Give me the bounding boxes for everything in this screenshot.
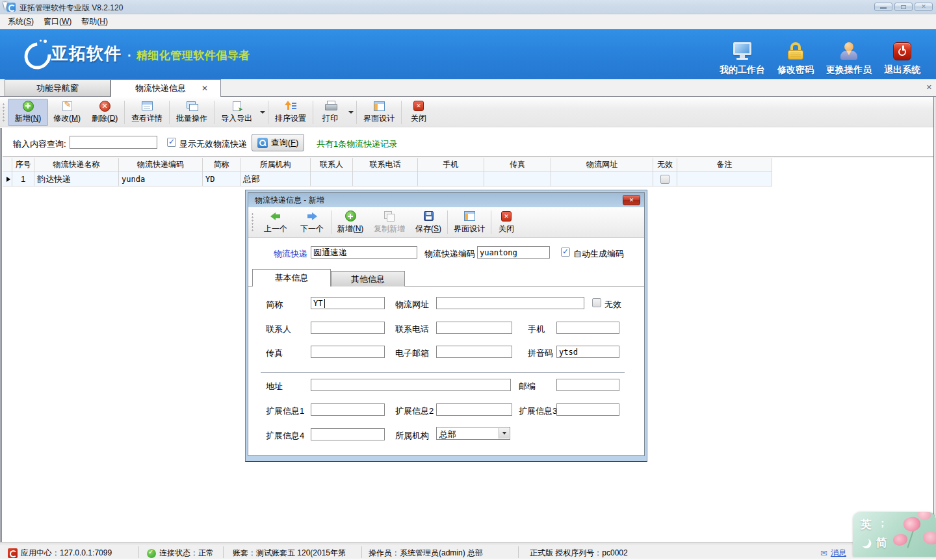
combo-dropdown-icon[interactable] xyxy=(499,428,509,439)
header-fax[interactable]: 传真 xyxy=(484,158,551,172)
website-input[interactable] xyxy=(436,297,584,309)
flower-stem xyxy=(907,529,914,548)
close-button[interactable]: ✕ xyxy=(915,3,933,11)
prev-arrow-icon xyxy=(270,212,281,220)
save-icon xyxy=(424,211,434,221)
query-input[interactable] xyxy=(70,136,157,149)
delete-button[interactable]: 删除(D) xyxy=(86,99,124,126)
header-mobile[interactable]: 手机 xyxy=(418,158,484,172)
dialog-add-button[interactable]: 新增(N) xyxy=(332,208,369,236)
text-cursor xyxy=(324,299,325,308)
power-icon xyxy=(893,42,911,60)
fax-input[interactable] xyxy=(311,346,385,358)
express-code-input[interactable] xyxy=(477,246,550,259)
ext3-input[interactable] xyxy=(556,403,619,416)
pinyin-label: 拼音码 xyxy=(528,348,553,359)
header-invalid[interactable]: 无效 xyxy=(653,158,677,172)
prev-button[interactable]: 上一个 xyxy=(257,208,294,236)
save-button[interactable]: 保存(S) xyxy=(410,208,447,236)
abbr-input[interactable] xyxy=(311,297,385,309)
lang-en-text[interactable]: 英 xyxy=(861,517,872,532)
close-tab-button[interactable]: 关闭 xyxy=(402,99,435,126)
change-password-button[interactable]: 修改密码 xyxy=(769,42,822,76)
exit-system-button[interactable]: 退出系统 xyxy=(876,42,929,76)
dialog-toolbar: 上一个 下一个 新增(N) 复制新增 保存(S) 界面设计 关闭 xyxy=(248,207,645,238)
tab-basic-info[interactable]: 基本信息 xyxy=(252,269,331,286)
phone-input[interactable] xyxy=(436,322,512,334)
edit-button[interactable]: 修改(M) xyxy=(48,99,86,126)
ext2-input[interactable] xyxy=(436,403,512,416)
contact-input[interactable] xyxy=(311,322,385,334)
search-button[interactable]: 查询(F) xyxy=(252,134,304,151)
maximize-button[interactable] xyxy=(894,3,913,11)
header-code[interactable]: 物流快递编码 xyxy=(119,158,203,172)
ext4-input[interactable] xyxy=(311,428,385,440)
invalid-dialog-checkbox[interactable] xyxy=(592,298,601,307)
view-detail-button[interactable]: 查看详情 xyxy=(125,99,168,126)
menu-system[interactable]: 系统(S) xyxy=(8,16,34,27)
dialog-close-toolbar-button[interactable]: 关闭 xyxy=(492,208,521,236)
menu-window[interactable]: 窗口(W) xyxy=(44,16,72,27)
header-name[interactable]: 物流快递名称 xyxy=(34,158,119,172)
org-combobox[interactable]: 总部 xyxy=(436,427,510,440)
status-message[interactable]: ✉消息 xyxy=(820,548,846,559)
switch-operator-button[interactable]: 更换操作员 xyxy=(822,42,876,76)
pinyin-input[interactable] xyxy=(556,346,619,358)
autogen-checkbox[interactable] xyxy=(561,248,570,257)
tabstrip-close-icon[interactable]: ✕ xyxy=(926,83,932,92)
copy-add-button[interactable]: 复制新增 xyxy=(369,208,410,236)
import-export-button[interactable]: 导入导出 xyxy=(215,99,258,126)
workbench-button[interactable]: 我的工作台 xyxy=(716,42,769,76)
tab-strip: 功能导航窗 物流快递信息 ✕ ✕ xyxy=(0,79,936,97)
next-button[interactable]: 下一个 xyxy=(294,208,330,236)
tab-nav-window[interactable]: 功能导航窗 xyxy=(5,79,110,96)
print-caret[interactable] xyxy=(346,99,356,126)
zip-input[interactable] xyxy=(556,379,619,391)
email-input[interactable] xyxy=(436,346,512,358)
header-website[interactable]: 物流网址 xyxy=(551,158,653,172)
cell-fax xyxy=(484,172,551,186)
table-row[interactable]: 1 韵达快递 yunda YD 总部 xyxy=(2,172,772,186)
tab-close-icon[interactable]: ✕ xyxy=(202,84,208,93)
header-abbr[interactable]: 简称 xyxy=(203,158,240,172)
batch-operation-button[interactable]: 批量操作 xyxy=(170,99,213,126)
lang-cn-text[interactable]: 简 xyxy=(876,535,887,550)
operator-icon xyxy=(839,42,859,60)
caret-down-icon xyxy=(348,111,354,114)
language-overlay[interactable]: 英 ； 简 xyxy=(853,512,936,557)
tab-express-info[interactable]: 物流快递信息 ✕ xyxy=(110,79,221,97)
ext2-label: 扩展信息2 xyxy=(395,405,434,417)
magnifier-icon xyxy=(257,138,268,148)
add-icon xyxy=(345,210,356,222)
header-seq[interactable]: 序号 xyxy=(12,158,34,172)
minimize-button[interactable] xyxy=(874,3,892,11)
address-input[interactable] xyxy=(311,379,511,391)
print-button[interactable]: 打印 xyxy=(314,99,346,126)
form-divider xyxy=(261,372,625,373)
header-remark[interactable]: 备注 xyxy=(677,158,772,172)
menu-help[interactable]: 帮助(H) xyxy=(81,16,108,27)
dialog-close-button[interactable]: ✕ xyxy=(623,195,640,205)
express-input[interactable] xyxy=(311,246,417,259)
status-app-center: 应用中心：127.0.0.1:7099 xyxy=(8,548,112,559)
tab-other-info[interactable]: 其他信息 xyxy=(331,271,405,286)
dialog-ui-design-button[interactable]: 界面设计 xyxy=(448,208,490,236)
cell-code: yunda xyxy=(119,172,203,186)
delete-icon xyxy=(99,101,110,112)
ext1-input[interactable] xyxy=(311,403,385,416)
cell-abbr: YD xyxy=(203,172,240,186)
ui-design-button[interactable]: 界面设计 xyxy=(358,99,400,126)
cell-website xyxy=(551,172,653,186)
invalid-checkbox[interactable] xyxy=(660,175,670,184)
add-button[interactable]: 新增(N) xyxy=(8,99,48,126)
import-export-caret[interactable] xyxy=(258,99,267,126)
table-header-row: 序号 物流快递名称 物流快递编码 简称 所属机构 联系人 联系电话 手机 传真 … xyxy=(2,158,772,172)
sort-settings-button[interactable]: 排序设置 xyxy=(269,99,312,126)
mobile-input[interactable] xyxy=(556,322,619,334)
menu-bar: 系统(S) 窗口(W) 帮助(H) xyxy=(0,14,936,29)
header-phone[interactable]: 联系电话 xyxy=(353,158,418,172)
lang-punct: ； xyxy=(878,517,887,529)
header-org[interactable]: 所属机构 xyxy=(240,158,311,172)
show-invalid-checkbox[interactable] xyxy=(167,138,176,147)
header-contact[interactable]: 联系人 xyxy=(311,158,353,172)
